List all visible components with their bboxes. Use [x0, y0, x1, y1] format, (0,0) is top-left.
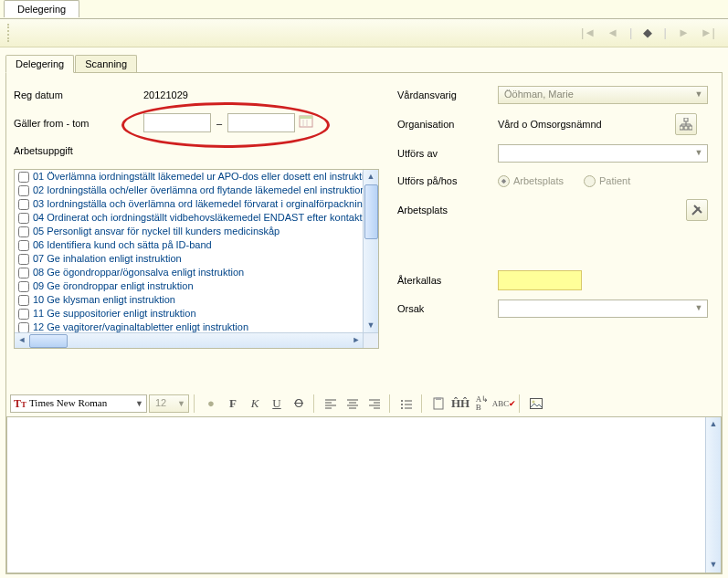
nav-current-icon[interactable]: ◆ — [643, 26, 652, 39]
paste-button[interactable] — [428, 394, 448, 413]
outer-tab-delegering[interactable]: Delegering — [4, 0, 79, 17]
list-item[interactable]: 01 Överlämna iordningställt läkemedel ur… — [15, 170, 364, 184]
list-item-label: 04 Ordinerat och iordningställt vidbehov… — [33, 212, 363, 223]
list-item-checkbox[interactable] — [18, 268, 29, 278]
arbetsuppgift-list: 01 Överlämna iordningställt läkemedel ur… — [14, 169, 379, 349]
tab-scanning[interactable]: Scanning — [75, 55, 137, 72]
toolbar-separator — [389, 394, 392, 413]
aterkallas-input[interactable] — [498, 270, 582, 290]
arbetsuppgift-list-inner[interactable]: 01 Överlämna iordningställt läkemedel ur… — [15, 170, 364, 333]
tools-icon — [691, 204, 703, 216]
align-right-button[interactable] — [364, 394, 385, 413]
scroll-up-icon[interactable]: ▲ — [364, 170, 378, 184]
utforsav-label: Utförs av — [397, 148, 498, 159]
list-item-checkbox[interactable] — [18, 254, 29, 265]
scroll-down-icon[interactable]: ▼ — [706, 558, 721, 573]
list-item-label: 03 Iordningställa och överlämna ord läke… — [33, 198, 364, 209]
list-item-checkbox[interactable] — [18, 172, 29, 183]
list-item[interactable]: 09 Ge örondroppar enligt instruktion — [15, 279, 364, 293]
list-item-label: 02 Iordningställa och/eller överlämna or… — [33, 184, 364, 195]
list-item[interactable]: 11 Ge suppositorier enligt instruktion — [15, 307, 364, 321]
chevron-down-icon: ▼ — [135, 399, 143, 408]
inner-tabstrip: DelegeringScanning — [5, 55, 723, 73]
galler-from-input[interactable] — [143, 113, 211, 132]
list-item-label: 07 Ge inhalation enligt instruktion — [33, 253, 182, 264]
scroll-down-icon[interactable]: ▼ — [364, 319, 378, 333]
list-item-checkbox[interactable] — [18, 309, 29, 320]
toolbar-separator — [313, 394, 316, 413]
underline-button[interactable]: U — [267, 394, 287, 413]
list-hscrollbar[interactable]: ◄ ► — [15, 332, 364, 348]
scroll-right-icon[interactable]: ► — [349, 333, 364, 348]
nav-last-icon[interactable]: ►| — [701, 26, 715, 39]
organisation-tree-button[interactable] — [675, 113, 697, 135]
list-item[interactable]: 06 Identifiera kund och sätta på ID-band — [15, 238, 364, 252]
list-item[interactable]: 02 Iordningställa och/eller överlämna or… — [15, 184, 364, 197]
italic-button[interactable]: K — [245, 394, 265, 413]
scroll-thumb[interactable] — [29, 334, 68, 348]
radio-icon — [584, 175, 596, 187]
list-item[interactable]: 05 Personligt ansvar för nyckel till kun… — [15, 225, 364, 238]
vardansvarig-select[interactable]: Ööhman, Marie▼ — [498, 86, 708, 104]
utforspahos-label: Utförs på/hos — [397, 175, 498, 186]
svg-point-29 — [401, 404, 403, 405]
list-item-label: 09 Ge örondroppar enligt instruktion — [33, 280, 194, 291]
arbetsplats-tools-button[interactable] — [686, 199, 708, 221]
chevron-down-icon: ▼ — [693, 148, 704, 159]
font-color-button[interactable]: ● — [201, 394, 221, 413]
galler-dash: – — [216, 118, 222, 129]
scroll-thumb[interactable] — [364, 184, 378, 239]
list-item[interactable]: 04 Ordinerat och iordningställt vidbehov… — [15, 211, 364, 225]
toolbar-separator — [421, 394, 424, 413]
nav-prev-icon[interactable]: ◄ — [607, 26, 618, 39]
strike-button[interactable]: Ɵ — [289, 394, 309, 413]
scroll-up-icon[interactable]: ▲ — [706, 417, 721, 432]
list-vscrollbar[interactable]: ▲ ▼ — [363, 170, 378, 333]
list-item-checkbox[interactable] — [18, 199, 29, 210]
find-button[interactable]: ĤĤ — [450, 394, 470, 413]
list-item-checkbox[interactable] — [18, 281, 29, 292]
list-item[interactable]: 07 Ge inhalation enligt instruktion — [15, 252, 364, 266]
list-item[interactable]: 03 Iordningställa och överlämna ord läke… — [15, 197, 364, 211]
font-family-select[interactable]: TT Times New Roman ▼ — [10, 394, 147, 413]
nav-next-icon[interactable]: ► — [678, 26, 690, 39]
svg-rect-5 — [680, 126, 683, 130]
align-center-button[interactable] — [343, 394, 363, 413]
list-item[interactable]: 08 Ge ögondroppar/ögonsalva enligt instr… — [15, 266, 364, 279]
font-size-select[interactable]: 12 ▼ — [149, 394, 189, 413]
editor-body[interactable]: ▲ ▼ — [6, 416, 722, 573]
list-item-checkbox[interactable] — [18, 226, 29, 237]
list-item-checkbox[interactable] — [18, 185, 29, 196]
spellcheck-button[interactable]: ABC✔ — [494, 394, 514, 413]
list-item-checkbox[interactable] — [18, 295, 29, 306]
insert-image-button[interactable] — [526, 394, 546, 413]
radio-arbetsplats-label: Arbetsplats — [513, 175, 564, 186]
list-item-label: 12 Ge vagitorer/vaginaltabletter enligt … — [33, 321, 248, 332]
radio-arbetsplats[interactable]: Arbetsplats — [498, 175, 564, 187]
orsak-select[interactable]: ▼ — [498, 300, 708, 318]
svg-rect-7 — [689, 126, 692, 130]
bold-button[interactable]: F — [223, 394, 243, 413]
bullet-list-button[interactable] — [396, 394, 417, 413]
list-item-checkbox[interactable] — [18, 240, 29, 251]
toolbar-gripper — [7, 24, 15, 42]
chevron-down-icon: ▼ — [693, 89, 704, 100]
list-item[interactable]: 10 Ge klysman enligt instruktion — [15, 293, 364, 307]
font-size-value: 12 — [155, 397, 166, 408]
replace-button[interactable]: A↳B — [472, 394, 492, 413]
date-picker-icon[interactable] — [299, 114, 317, 132]
svg-point-27 — [401, 400, 403, 402]
nav-first-icon[interactable]: |◄ — [581, 26, 596, 39]
list-item-checkbox[interactable] — [18, 213, 29, 224]
svg-rect-34 — [436, 397, 441, 400]
align-left-button[interactable] — [321, 394, 341, 413]
editor-vscrollbar[interactable]: ▲ ▼ — [705, 417, 721, 573]
list-item[interactable]: 12 Ge vagitorer/vaginaltabletter enligt … — [15, 321, 364, 333]
scroll-left-icon[interactable]: ◄ — [15, 333, 29, 348]
galler-tom-input[interactable] — [227, 113, 295, 132]
tab-delegering[interactable]: Delegering — [5, 55, 74, 73]
orsak-label: Orsak — [397, 303, 498, 314]
content-area: DelegeringScanning Reg datum 20121029 Gä… — [5, 55, 723, 574]
radio-patient[interactable]: Patient — [584, 175, 630, 187]
utforsav-select[interactable]: ▼ — [498, 144, 708, 163]
